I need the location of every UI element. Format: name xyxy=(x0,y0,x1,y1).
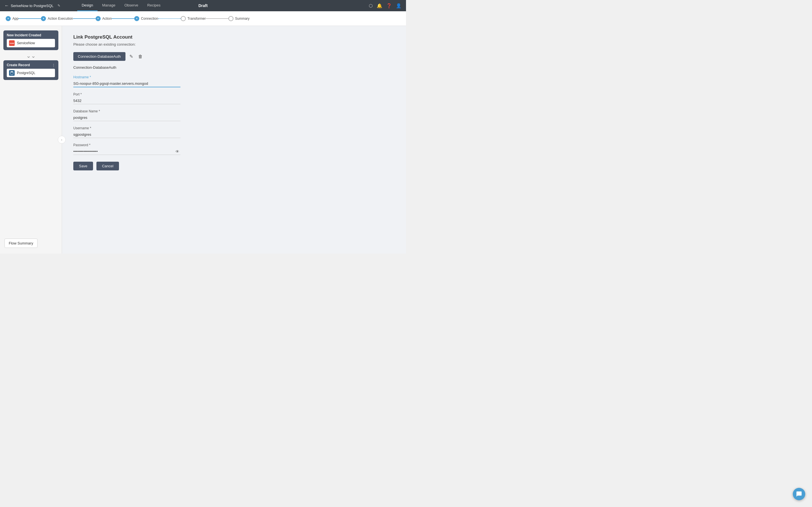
step-bar: App Action Execution Action Connection T… xyxy=(0,11,406,26)
user-icon[interactable]: 👤 xyxy=(396,3,402,8)
step-ae-circle xyxy=(41,16,46,21)
cancel-button[interactable]: Cancel xyxy=(96,162,119,170)
port-label: Port * xyxy=(73,93,181,96)
page-subtitle: Please choose an existing connection: xyxy=(73,42,395,47)
hostname-field-group: Hostname xyxy=(73,75,181,87)
connection-name-label: Connection-DatabaseAuth xyxy=(73,65,395,69)
step-action[interactable]: Action xyxy=(96,16,112,21)
username-input[interactable] xyxy=(73,131,181,138)
hostname-input[interactable] xyxy=(73,80,181,87)
step-connection[interactable]: Connection xyxy=(134,16,158,21)
connection-selector: Connection-DatabaseAuth ✎ 🗑 xyxy=(73,52,395,61)
action-block-title: Create Record xyxy=(7,63,55,67)
save-button[interactable]: Save xyxy=(73,162,93,170)
svg-point-0 xyxy=(10,71,13,72)
connector-2 xyxy=(73,18,96,19)
back-button[interactable]: ← SeriveNow to PostgreSQL ✎ xyxy=(4,3,60,8)
password-label: Password * xyxy=(73,143,181,147)
sidebar: New Incident Created now ServiceNow ⌄⌄ C… xyxy=(0,26,62,253)
step-ae-label: Action Execution xyxy=(48,17,73,20)
main-content: Link PostgreSQL Account Please choose an… xyxy=(62,26,406,253)
tab-manage[interactable]: Manage xyxy=(98,0,120,11)
top-nav: ← SeriveNow to PostgreSQL ✎ Design Manag… xyxy=(0,0,406,11)
sidebar-collapse-button[interactable]: ‹ xyxy=(58,136,66,144)
page-title: Link PostgreSQL Account xyxy=(73,34,395,40)
external-link-icon[interactable]: ⬡ xyxy=(369,3,373,8)
servicenow-app-name: ServiceNow xyxy=(17,41,35,45)
nav-tabs: Design Manage Observe Recipes xyxy=(77,0,165,11)
password-input[interactable] xyxy=(73,148,181,155)
database-name-field-group: Database Name * xyxy=(73,109,181,121)
edit-title-icon[interactable]: ✎ xyxy=(57,4,60,8)
password-wrap: 👁 xyxy=(73,148,181,155)
trigger-block-title: New Incident Created xyxy=(7,33,55,37)
step-trans-label: Transformer xyxy=(188,17,206,20)
step-conn-circle xyxy=(134,16,139,21)
action-app-row: PostgreSQL xyxy=(7,69,55,77)
tab-observe[interactable]: Observe xyxy=(120,0,143,11)
connector-1 xyxy=(18,18,41,19)
database-name-input[interactable] xyxy=(73,114,181,121)
port-field-group: Port * xyxy=(73,93,181,104)
help-icon[interactable]: ❓ xyxy=(386,3,392,8)
step-sum-circle xyxy=(229,16,234,21)
tab-recipes[interactable]: Recipes xyxy=(143,0,165,11)
trigger-app-row: now ServiceNow xyxy=(7,39,55,47)
trigger-block: New Incident Created now ServiceNow xyxy=(3,31,58,50)
password-field-group: Password * 👁 xyxy=(73,143,181,155)
step-trans-circle xyxy=(181,16,186,21)
port-input[interactable] xyxy=(73,98,181,104)
username-field-group: Username * xyxy=(73,126,181,138)
down-arrow: ⌄⌄ xyxy=(3,52,58,59)
username-label: Username * xyxy=(73,126,181,130)
step-transformer[interactable]: Transformer xyxy=(181,16,206,21)
database-name-label: Database Name * xyxy=(73,109,181,113)
step-action-label: Action xyxy=(102,17,112,20)
connector-4 xyxy=(158,18,181,19)
step-action-circle xyxy=(96,16,101,21)
step-app-circle xyxy=(6,16,11,21)
connector-3 xyxy=(112,18,134,19)
step-app-label: App xyxy=(12,17,18,20)
postgres-app-name: PostgreSQL xyxy=(17,71,35,75)
connector-5 xyxy=(206,18,229,19)
connection-select-button[interactable]: Connection-DatabaseAuth xyxy=(73,52,125,61)
main-layout: New Incident Created now ServiceNow ⌄⌄ C… xyxy=(0,26,406,253)
hostname-label: Hostname xyxy=(73,75,181,79)
step-sum-label: Summary xyxy=(235,17,250,20)
step-summary[interactable]: Summary xyxy=(229,16,250,21)
action-block: Create Record ⋮ PostgreSQL xyxy=(3,60,58,80)
more-options-button[interactable]: ⋮ xyxy=(52,63,56,68)
tab-design[interactable]: Design xyxy=(77,0,98,11)
show-password-icon[interactable]: 👁 xyxy=(175,149,179,154)
form-actions: Save Cancel xyxy=(73,162,395,170)
flow-summary-button[interactable]: Flow Summary xyxy=(4,238,38,248)
step-app[interactable]: App xyxy=(6,16,18,21)
right-icons: ⬡ 🔔 ❓ 👤 xyxy=(369,3,402,8)
step-action-execution[interactable]: Action Execution xyxy=(41,16,73,21)
step-conn-label: Connection xyxy=(141,17,158,20)
edit-connection-button[interactable]: ✎ xyxy=(128,53,134,60)
bell-icon[interactable]: 🔔 xyxy=(377,3,382,8)
back-arrow-icon: ← xyxy=(4,3,9,8)
draft-badge: Draft xyxy=(199,3,208,8)
servicenow-app-icon: now xyxy=(9,40,15,46)
postgres-app-icon xyxy=(9,70,15,76)
delete-connection-button[interactable]: 🗑 xyxy=(137,53,144,60)
flow-title: SeriveNow to PostgreSQL xyxy=(11,4,54,8)
